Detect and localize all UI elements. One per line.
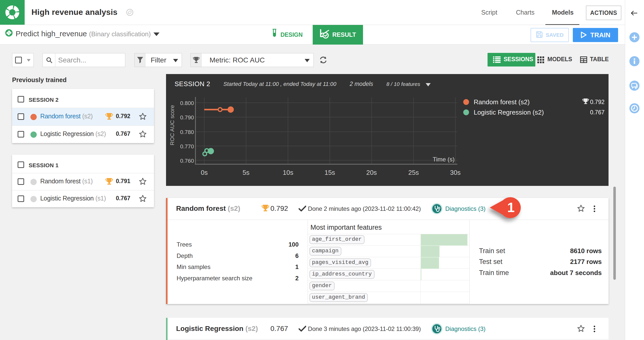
- svg-text:0.780: 0.780: [180, 129, 194, 135]
- svg-text:15s: 15s: [325, 169, 335, 176]
- svg-text:8 / 10 features: 8 / 10 features: [386, 81, 420, 87]
- svg-text:0.800: 0.800: [180, 100, 194, 106]
- svg-text:SESSION 2: SESSION 2: [175, 80, 210, 88]
- svg-text:0s: 0s: [201, 169, 208, 176]
- svg-text:Random forest (s2): Random forest (s2): [474, 98, 530, 106]
- svg-text:5s: 5s: [243, 169, 249, 176]
- svg-text:Time (s): Time (s): [433, 156, 455, 163]
- svg-text:10s: 10s: [283, 169, 293, 176]
- svg-text:30s: 30s: [450, 169, 461, 176]
- svg-text:1: 1: [507, 200, 514, 215]
- svg-text:ROC AUC score: ROC AUC score: [169, 105, 175, 145]
- svg-text:0.770: 0.770: [180, 143, 194, 150]
- svg-text:0.760: 0.760: [180, 158, 194, 164]
- svg-text:Started Today at 11:00 , ended: Started Today at 11:00 , ended Today at …: [223, 81, 337, 87]
- svg-text:25s: 25s: [408, 169, 419, 176]
- svg-text:Logistic Regression (s2): Logistic Regression (s2): [474, 109, 544, 116]
- svg-text:0.792: 0.792: [590, 99, 605, 105]
- svg-text:20s: 20s: [366, 169, 377, 176]
- svg-text:0.790: 0.790: [180, 114, 194, 121]
- svg-text:0.767: 0.767: [590, 109, 605, 116]
- svg-text:2 models: 2 models: [349, 81, 373, 87]
